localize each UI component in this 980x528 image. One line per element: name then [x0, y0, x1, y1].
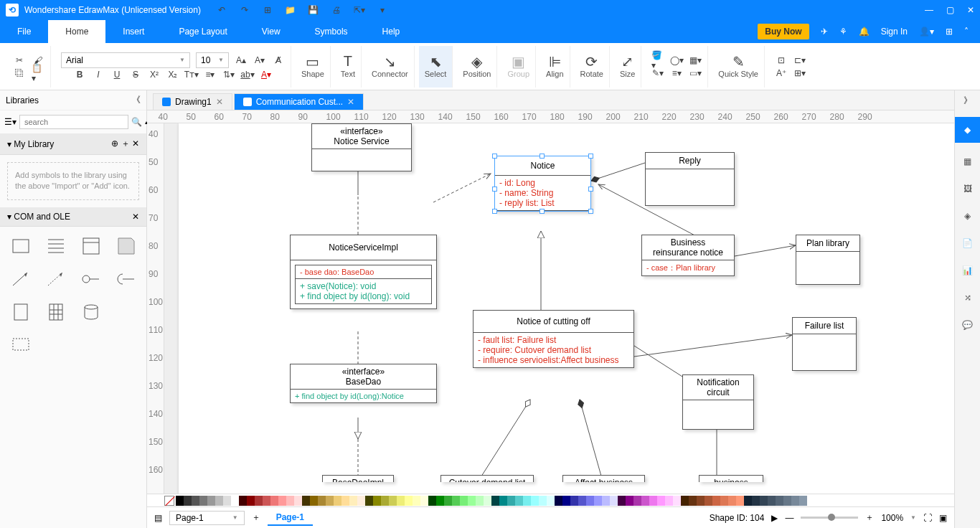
layers-icon[interactable]: ◈ [959, 207, 976, 225]
color-swatch[interactable] [199, 496, 207, 506]
color-swatch[interactable] [641, 496, 649, 506]
canvas[interactable]: «interface»Notice Service NoticeServiceI… [164, 123, 954, 494]
color-swatch[interactable] [215, 496, 223, 506]
shape-tool-icon[interactable]: ▭ [306, 55, 319, 68]
color-swatch[interactable] [223, 496, 231, 506]
color-swatch[interactable] [184, 496, 192, 506]
color-swatch[interactable] [294, 496, 302, 506]
color-swatch[interactable] [689, 496, 697, 506]
position-icon[interactable]: ◈ [471, 55, 484, 68]
color-swatch[interactable] [263, 496, 270, 506]
color-swatch[interactable] [776, 496, 783, 506]
linecolor-icon[interactable]: ✎▾ [651, 67, 664, 80]
doctab-drawing1[interactable]: Drawing1✕ [153, 93, 232, 110]
color-swatch[interactable] [270, 496, 278, 506]
color-swatch[interactable] [728, 496, 736, 506]
color-swatch[interactable] [744, 496, 752, 506]
minimize-button[interactable]: — [925, 5, 933, 15]
close-tab-icon[interactable]: ✕ [216, 97, 223, 107]
apps-icon[interactable]: ⊞ [946, 27, 953, 37]
highlight-icon[interactable]: ab▾ [241, 68, 254, 81]
color-swatch[interactable] [705, 496, 712, 506]
no-color-swatch[interactable] [164, 496, 174, 506]
box-plan[interactable]: Plan library [796, 235, 860, 285]
export-icon[interactable]: ⇱▾ [353, 4, 366, 16]
shrink-font-icon[interactable]: A▾ [253, 54, 266, 67]
sel-handle[interactable] [540, 154, 545, 159]
user-icon[interactable]: 👤▾ [919, 27, 934, 37]
superscript-icon[interactable]: X² [148, 68, 161, 81]
color-swatch[interactable] [468, 496, 476, 506]
color-swatch[interactable] [768, 496, 776, 506]
color-swatch[interactable] [255, 496, 263, 506]
subscript-icon[interactable]: X₂ [166, 68, 179, 81]
arrow-icon[interactable]: ▭▾ [689, 67, 702, 80]
undo-icon[interactable]: ↶ [215, 4, 228, 16]
color-swatch[interactable] [334, 496, 341, 506]
box-reply[interactable]: Reply [645, 152, 735, 206]
fontcolor-icon[interactable]: A▾ [260, 68, 273, 81]
shape-dashed-arrow[interactable] [41, 265, 70, 293]
fontsize-select[interactable]: 10▼ [196, 52, 229, 68]
color-swatch[interactable] [799, 496, 807, 506]
color-swatch[interactable] [176, 496, 184, 506]
library-menu-icon[interactable]: ☰▾ [4, 117, 17, 127]
quickstyle-icon[interactable]: ✎ [732, 55, 745, 68]
color-swatch[interactable] [673, 496, 681, 506]
page-tab[interactable]: Page-1 [268, 510, 313, 526]
linestyle-icon[interactable]: ≡▾ [670, 67, 683, 80]
qat-more-icon[interactable]: ▾ [376, 4, 389, 16]
color-swatch[interactable] [365, 496, 373, 506]
box-business[interactable]: Businessreinsurance notice - case：Plan l… [641, 235, 735, 276]
mylibrary-section[interactable]: ▾ My Library⊕ ＋ ✕ [0, 133, 146, 155]
color-swatch[interactable] [783, 496, 791, 506]
comole-section[interactable]: ▾ COM and OLE✕ [0, 207, 146, 227]
zoom-out-icon[interactable]: — [785, 513, 793, 523]
sel-handle[interactable] [540, 209, 545, 214]
collapse-panel-icon[interactable]: 《 [132, 94, 141, 106]
color-swatch[interactable] [555, 496, 562, 506]
cut-icon[interactable]: ✂ [13, 54, 26, 67]
color-swatch[interactable] [278, 496, 286, 506]
grid-icon[interactable]: ▦ [959, 153, 976, 170]
spacing-icon[interactable]: ⊞▾ [793, 67, 806, 80]
tab-insert[interactable]: Insert [105, 20, 161, 43]
color-swatch[interactable] [697, 496, 705, 506]
text-tool-icon[interactable]: T [341, 55, 354, 68]
sel-handle[interactable] [588, 154, 593, 159]
color-swatch[interactable] [318, 496, 326, 506]
shape-lollipop[interactable] [76, 265, 105, 293]
color-swatch[interactable] [507, 496, 515, 506]
tab-symbols[interactable]: Symbols [298, 20, 365, 43]
color-swatch[interactable] [491, 496, 499, 506]
color-swatch[interactable] [499, 496, 507, 506]
tab-view[interactable]: View [245, 20, 298, 43]
shape-grid[interactable] [41, 298, 70, 326]
color-swatch[interactable] [349, 496, 357, 506]
box-notice-service[interactable]: «interface»Notice Service [311, 123, 412, 171]
tab-pagelayout[interactable]: Page Layout [161, 20, 244, 43]
close-tab-icon[interactable]: ✕ [347, 97, 354, 107]
strike-icon[interactable]: S [129, 68, 142, 81]
zoom-slider[interactable] [801, 517, 858, 519]
linespacing-icon[interactable]: ⇅▾ [222, 68, 235, 81]
color-swatch[interactable] [720, 496, 728, 506]
theme-icon[interactable]: ◆ [955, 117, 981, 143]
color-swatch[interactable] [570, 496, 578, 506]
color-swatch[interactable] [286, 496, 294, 506]
rotate-icon[interactable]: ⟳ [585, 55, 598, 68]
color-swatch[interactable] [389, 496, 397, 506]
box-basedaoimpl[interactable]: BaseDaoImpl [322, 475, 394, 482]
share-icon[interactable]: ⚘ [839, 27, 847, 37]
sel-handle[interactable] [588, 187, 593, 192]
sel-handle[interactable] [492, 187, 497, 192]
color-swatch[interactable] [712, 496, 720, 506]
redo-icon[interactable]: ↷ [238, 4, 251, 16]
color-swatch[interactable] [618, 496, 626, 506]
color-swatch[interactable] [633, 496, 641, 506]
color-swatch[interactable] [791, 496, 799, 506]
shape-cylinder[interactable] [76, 298, 105, 326]
color-swatch[interactable] [578, 496, 586, 506]
color-swatch[interactable] [586, 496, 594, 506]
connector-tool-icon[interactable]: ↘ [383, 55, 396, 68]
